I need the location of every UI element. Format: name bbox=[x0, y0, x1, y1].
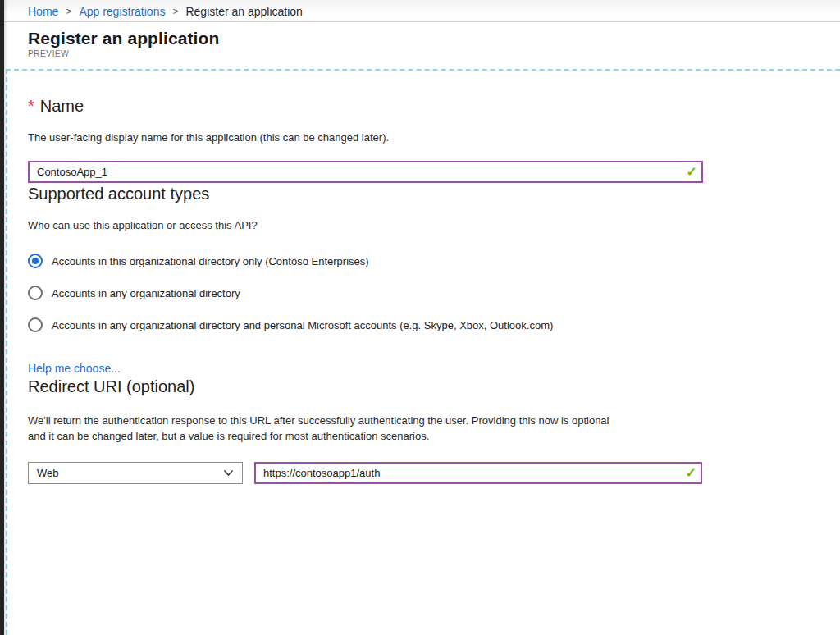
breadcrumb-separator: > bbox=[172, 6, 178, 17]
radio-button-icon[interactable] bbox=[28, 286, 43, 300]
platform-select[interactable]: Web bbox=[28, 462, 243, 484]
account-types-question: Who can use this application or access t… bbox=[28, 219, 840, 232]
breadcrumb: Home > App registrations > Register an a… bbox=[4, 0, 840, 22]
redirect-uri-field: ✓ bbox=[254, 462, 702, 484]
radio-accounts-any-org-and-personal[interactable]: Accounts in any organizational directory… bbox=[28, 318, 840, 332]
radio-label: Accounts in any organizational directory… bbox=[52, 319, 553, 331]
help-me-choose-link[interactable]: Help me choose... bbox=[28, 362, 121, 375]
radio-accounts-any-org[interactable]: Accounts in any organizational directory bbox=[28, 286, 840, 300]
breadcrumb-app-registrations-link[interactable]: App registrations bbox=[79, 5, 165, 18]
breadcrumb-home-link[interactable]: Home bbox=[28, 5, 58, 18]
radio-button-icon[interactable] bbox=[28, 318, 43, 332]
radio-label: Accounts in any organizational directory bbox=[52, 287, 240, 299]
name-description: The user-facing display name for this ap… bbox=[28, 131, 840, 144]
blade-edge bbox=[0, 0, 4, 635]
redirect-uri-controls: Web ✓ bbox=[28, 462, 840, 484]
radio-accounts-this-org-only[interactable]: Accounts in this organizational director… bbox=[28, 254, 840, 268]
platform-select-value: Web bbox=[37, 467, 59, 479]
breadcrumb-bar: Home > App registrations > Register an a… bbox=[4, 0, 840, 22]
required-asterisk: * bbox=[28, 97, 34, 115]
account-types-heading: Supported account types bbox=[28, 183, 840, 204]
page-title: Register an application bbox=[28, 29, 840, 48]
redirect-uri-heading: Redirect URI (optional) bbox=[28, 376, 840, 397]
radio-button-selected-icon[interactable] bbox=[28, 254, 43, 268]
register-application-form: *Name The user-facing display name for t… bbox=[6, 69, 840, 635]
breadcrumb-current: Register an application bbox=[185, 5, 302, 18]
redirect-uri-description: We'll return the authentication response… bbox=[28, 413, 840, 444]
blade-header: Register an application PREVIEW bbox=[4, 23, 840, 69]
name-field: ✓ bbox=[28, 161, 703, 183]
breadcrumb-separator: > bbox=[66, 6, 71, 17]
name-heading-label: Name bbox=[40, 97, 84, 115]
radio-label: Accounts in this organizational director… bbox=[52, 255, 369, 267]
name-input[interactable] bbox=[28, 161, 703, 183]
preview-badge: PREVIEW bbox=[28, 49, 840, 58]
account-type-radio-group: Accounts in this organizational director… bbox=[28, 254, 840, 332]
name-section-heading: *Name bbox=[28, 95, 840, 116]
chevron-down-icon bbox=[223, 469, 234, 477]
redirect-uri-input[interactable] bbox=[254, 462, 702, 484]
